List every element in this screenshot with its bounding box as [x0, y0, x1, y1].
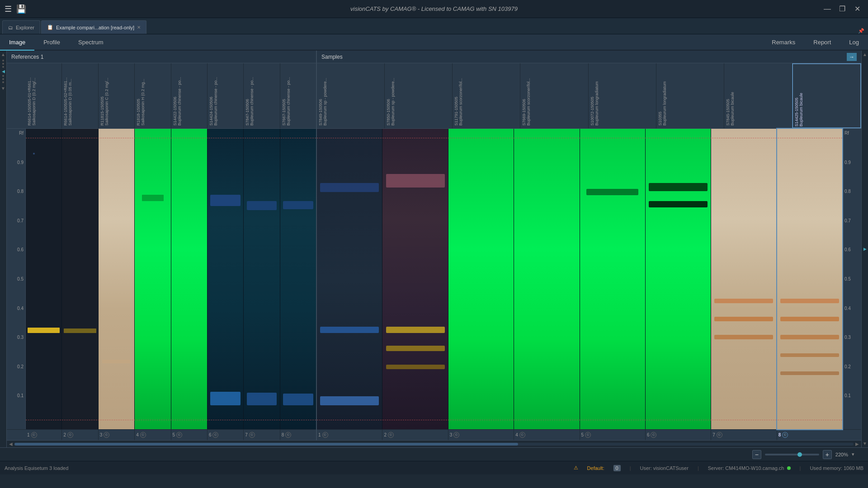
ref-num-1: 1 ©	[26, 430, 62, 440]
nav-report[interactable]: Report	[804, 34, 840, 51]
hscroll-track[interactable]	[14, 443, 854, 446]
ref-num-circle-2[interactable]: ©	[67, 432, 73, 438]
zoom-dropdown-icon[interactable]: ▾	[852, 451, 854, 457]
rf-right-0.9: 0.9	[844, 160, 859, 165]
ref-lane-5[interactable]	[171, 129, 208, 429]
ref-lane-7[interactable]	[244, 129, 280, 429]
save-icon[interactable]: 💾	[16, 4, 26, 14]
band-s7-orange2	[714, 317, 773, 321]
ref-num-circle-1[interactable]: ©	[31, 432, 37, 438]
right-scroll-down[interactable]: ▼	[861, 440, 868, 447]
sample-num-circle-8[interactable]: ©	[782, 432, 788, 438]
sample-rf-top-line	[317, 138, 842, 138]
close-button[interactable]: ✕	[851, 3, 863, 15]
rf-bottom-line	[26, 420, 316, 420]
nav-log[interactable]: Log	[840, 34, 868, 51]
ref-labels-row: R6614-150505-01+R661...Saikosaponin D (0…	[26, 63, 316, 128]
ref-num-circle-7[interactable]: ©	[249, 432, 255, 438]
hscroll-left-arrow[interactable]: ◀	[9, 441, 13, 446]
samples-label: Samples	[321, 54, 343, 60]
chart-area: References 1 R6614-150505-01+R661...Saik…	[7, 51, 861, 447]
scroll-down-arrow[interactable]: ▼	[0, 84, 7, 92]
ref-num-circle-4[interactable]: ©	[140, 432, 146, 438]
nav-remarks[interactable]: Remarks	[763, 34, 804, 51]
hscroll-right-arrow[interactable]: ▶	[855, 441, 859, 446]
warning-label: Default:	[587, 465, 604, 471]
sample-num-circle-6[interactable]: ©	[651, 432, 656, 438]
expand-right-icon[interactable]: ▶	[863, 247, 867, 251]
ref-num-circle-8[interactable]: ©	[285, 432, 291, 438]
ref-num-5: 5 ©	[171, 430, 208, 440]
nav-image-label: Image	[9, 39, 25, 46]
sample-lane-7[interactable]	[711, 129, 777, 429]
ref-lane-1[interactable]	[26, 129, 62, 429]
sample-rf-bottom-line	[317, 420, 842, 420]
zoom-percent: 220%	[835, 452, 848, 457]
sample-lane-4[interactable]	[514, 129, 580, 429]
left-scrollbar[interactable]: ▲ ◀ ▼	[0, 51, 7, 447]
ref-lane-4[interactable]	[135, 129, 171, 429]
band-s8-orange3	[780, 335, 839, 339]
band-s7-orange3	[714, 335, 773, 339]
zoom-in-button[interactable]: +	[823, 450, 832, 459]
sample-lane-5[interactable]	[580, 129, 646, 429]
ref-num-circle-5[interactable]: ©	[176, 432, 182, 438]
rf-right-0.7: 0.7	[844, 218, 859, 223]
hscroll-thumb[interactable]	[14, 443, 518, 446]
zoom-slider-thumb[interactable]	[797, 452, 802, 457]
zoom-slider[interactable]	[765, 454, 819, 455]
ref-num-8: 8 ©	[280, 430, 316, 440]
zoom-out-button[interactable]: −	[752, 450, 761, 459]
band-yellow-2	[64, 328, 96, 333]
ref-lane-6[interactable]	[208, 129, 244, 429]
rf-right-0.2: 0.2	[844, 364, 859, 369]
sample-num-circle-5[interactable]: ©	[585, 432, 591, 438]
scroll-up-arrow[interactable]: ▲	[0, 51, 7, 58]
sample-lane-3[interactable]	[448, 129, 514, 429]
right-scroll-up[interactable]: ▲	[861, 51, 868, 58]
samples-arrow[interactable]: →	[847, 53, 857, 61]
tab-explorer[interactable]: 🗂 Explorer	[2, 20, 40, 34]
rf-val-0.6: 0.6	[9, 247, 24, 252]
sections-row: References 1 R6614-150505-01+R661...Saik…	[7, 51, 861, 440]
nav-spectrum[interactable]: Spectrum	[69, 34, 113, 51]
sample-lane-2[interactable]	[382, 129, 448, 429]
band-s5-dark	[586, 189, 639, 195]
ref-lane-3[interactable]	[99, 129, 135, 429]
band-tan-3	[102, 360, 131, 363]
minimize-button[interactable]: —	[821, 3, 834, 15]
sample-num-circle-4[interactable]: ©	[519, 432, 525, 438]
nav-report-label: Report	[813, 39, 831, 46]
ref-num-circle-6[interactable]: ©	[212, 432, 218, 438]
scroll-dots-2	[1, 74, 5, 84]
sample-num-2: 2 ©	[382, 430, 448, 440]
sample-lanes	[317, 129, 842, 429]
band-s6-darker	[649, 201, 708, 207]
sample-num-circle-2[interactable]: ©	[388, 432, 394, 438]
sample-lane-6[interactable]	[646, 129, 711, 429]
maximize-button[interactable]: ❐	[836, 3, 849, 15]
sample-num-circle-7[interactable]: ©	[717, 432, 722, 438]
warning-value: 0	[613, 465, 621, 471]
ref-lane-2[interactable]	[62, 129, 98, 429]
tab-close-icon[interactable]: ✕	[137, 25, 141, 30]
tab-comparison[interactable]: 📋 Example compari...ation [read-only] ✕	[41, 20, 146, 34]
pin-button[interactable]: 📌	[854, 28, 868, 34]
expand-left-icon[interactable]: ◀	[2, 69, 5, 74]
ref-lane-8[interactable]	[280, 129, 316, 429]
rf-right-0.3: 0.3	[844, 335, 859, 340]
tab-comparison-label: Example compari...ation [read-only]	[56, 25, 134, 30]
nav-profile[interactable]: Profile	[34, 34, 69, 51]
sample-num-circle-3[interactable]: ©	[453, 432, 459, 438]
ref-num-circle-3[interactable]: ©	[104, 432, 109, 438]
sample-lane-8-selected[interactable]	[777, 129, 842, 429]
sample-label-2: S7850-150506Bupleurum sp - powdere...	[385, 63, 453, 128]
horizontal-scrollbar[interactable]: ◀ ▶	[7, 440, 861, 447]
titlebar-left: ☰ 💾	[5, 4, 26, 14]
sample-lane-1[interactable]	[317, 129, 382, 429]
right-scrollbar[interactable]: ▲ ▶ ▼	[861, 51, 868, 447]
sample-lane-labels: S7849-150506Bupleurum sp - powdere... S7…	[317, 63, 861, 129]
hamburger-icon[interactable]: ☰	[5, 4, 12, 14]
sample-num-circle-1[interactable]: ©	[322, 432, 328, 438]
nav-image[interactable]: Image	[0, 34, 34, 51]
